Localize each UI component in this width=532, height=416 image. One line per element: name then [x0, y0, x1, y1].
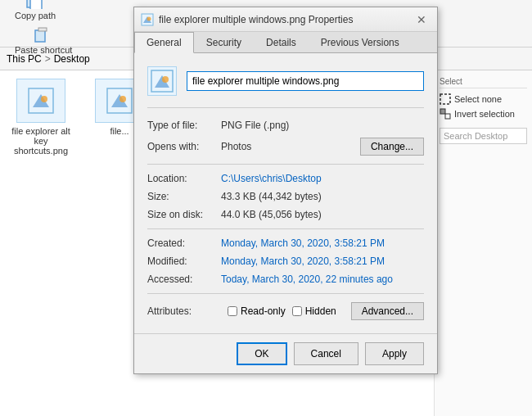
svg-rect-3 — [38, 28, 47, 31]
size-value: 43.3 KB (44,342 bytes) — [221, 191, 322, 202]
tab-security[interactable]: Security — [194, 32, 254, 53]
size-disk-label: Size on disk: — [147, 209, 221, 220]
dialog-title-icon — [141, 13, 154, 26]
readonly-checkbox[interactable] — [228, 306, 237, 316]
attributes-row: Attributes: Read-only Hidden Advanced... — [147, 302, 424, 320]
properties-dialog[interactable]: file explorer multiple windows.png Prope… — [133, 7, 438, 374]
created-row: Created: Monday, March 30, 2020, 3:58:21… — [147, 237, 424, 249]
cancel-button[interactable]: Cancel — [294, 342, 358, 365]
svg-rect-1 — [30, 0, 42, 9]
breadcrumb-part2[interactable]: Desktop — [54, 53, 90, 65]
attributes-label: Attributes: — [147, 305, 221, 317]
separator2 — [147, 228, 424, 229]
location-row: Location: C:\Users\chris\Desktop — [147, 173, 424, 184]
tab-general[interactable]: General — [134, 32, 194, 53]
size-row: Size: 43.3 KB (44,342 bytes) — [147, 191, 424, 202]
invert-selection-button[interactable]: Invert selection — [440, 106, 527, 121]
change-button[interactable]: Change... — [360, 138, 424, 156]
breadcrumb-part1[interactable]: This PC — [7, 53, 42, 65]
type-label: Type of file: — [147, 120, 221, 131]
location-label: Location: — [147, 173, 221, 184]
size-label: Size: — [147, 191, 221, 202]
tab-previous-versions[interactable]: Previous Versions — [309, 32, 412, 53]
advanced-button[interactable]: Advanced... — [351, 302, 424, 320]
list-item[interactable]: file explorer alt key shortcuts.png — [8, 79, 74, 408]
file-header — [147, 66, 424, 108]
dialog-titlebar: file explorer multiple windows.png Prope… — [134, 7, 437, 32]
select-none-icon — [440, 93, 451, 105]
tab-details[interactable]: Details — [254, 32, 309, 53]
ok-button[interactable]: OK — [237, 342, 286, 365]
location-value: C:\Users\chris\Desktop — [221, 173, 322, 184]
type-value: PNG File (.png) — [221, 120, 289, 131]
breadcrumb-arrow1: > — [45, 53, 51, 65]
dialog-content: Type of file: PNG File (.png) Opens with… — [134, 53, 437, 333]
hidden-checkbox[interactable] — [292, 306, 302, 316]
modified-value: Monday, March 30, 2020, 3:58:21 PM — [221, 255, 385, 267]
svg-rect-10 — [445, 114, 450, 119]
created-label: Created: — [147, 237, 221, 249]
hidden-checkbox-label[interactable]: Hidden — [292, 305, 336, 317]
modified-label: Modified: — [147, 255, 221, 267]
opens-row: Opens with: Photos Change... — [147, 138, 424, 156]
created-value: Monday, March 30, 2020, 3:58:21 PM — [221, 237, 385, 249]
svg-point-7 — [119, 96, 126, 102]
file-header-icon — [147, 66, 177, 96]
accessed-row: Accessed: Today, March 30, 2020, 22 minu… — [147, 274, 424, 285]
svg-rect-9 — [440, 109, 445, 114]
clipboard-section: Copy path Paste shortcut — [7, 0, 80, 60]
apply-button[interactable]: Apply — [365, 342, 424, 365]
accessed-label: Accessed: — [147, 274, 221, 285]
modified-row: Modified: Monday, March 30, 2020, 3:58:2… — [147, 255, 424, 267]
dialog-footer: OK Cancel Apply — [134, 333, 437, 373]
svg-point-12 — [147, 16, 151, 20]
close-button[interactable]: ✕ — [413, 11, 431, 29]
size-disk-row: Size on disk: 44.0 KB (45,056 bytes) — [147, 209, 424, 220]
filename-input[interactable] — [187, 71, 424, 91]
search-desktop[interactable]: Search Desktop — [440, 128, 527, 144]
select-none-button[interactable]: Select none — [440, 92, 527, 106]
section-label: Select — [440, 77, 527, 88]
type-row: Type of file: PNG File (.png) — [147, 120, 424, 131]
svg-rect-2 — [35, 30, 45, 42]
separator1 — [147, 164, 424, 165]
separator3 — [147, 293, 424, 294]
readonly-checkbox-label[interactable]: Read-only — [228, 305, 286, 317]
svg-point-14 — [162, 76, 169, 83]
file-name: file explorer alt key shortcuts.png — [8, 126, 74, 156]
copy-path-button[interactable]: Copy path — [10, 0, 61, 24]
right-panel: Select Select none Invert selection Sea — [434, 70, 532, 416]
invert-selection-icon — [440, 108, 451, 120]
file-icon — [16, 79, 65, 123]
svg-rect-8 — [440, 94, 450, 104]
tab-bar: General Security Details Previous Versio… — [134, 32, 437, 53]
file-name: file... — [110, 126, 128, 136]
title-left: file explorer multiple windows.png Prope… — [141, 13, 353, 26]
opens-value: Photos — [221, 141, 251, 152]
svg-point-5 — [41, 96, 47, 102]
size-disk-value: 44.0 KB (45,056 bytes) — [221, 209, 322, 220]
opens-label: Opens with: — [147, 141, 221, 152]
dialog-title: file explorer multiple windows.png Prope… — [159, 14, 353, 25]
accessed-value: Today, March 30, 2020, 22 minutes ago — [221, 274, 393, 285]
select-section: Select Select none Invert selection — [440, 77, 527, 121]
